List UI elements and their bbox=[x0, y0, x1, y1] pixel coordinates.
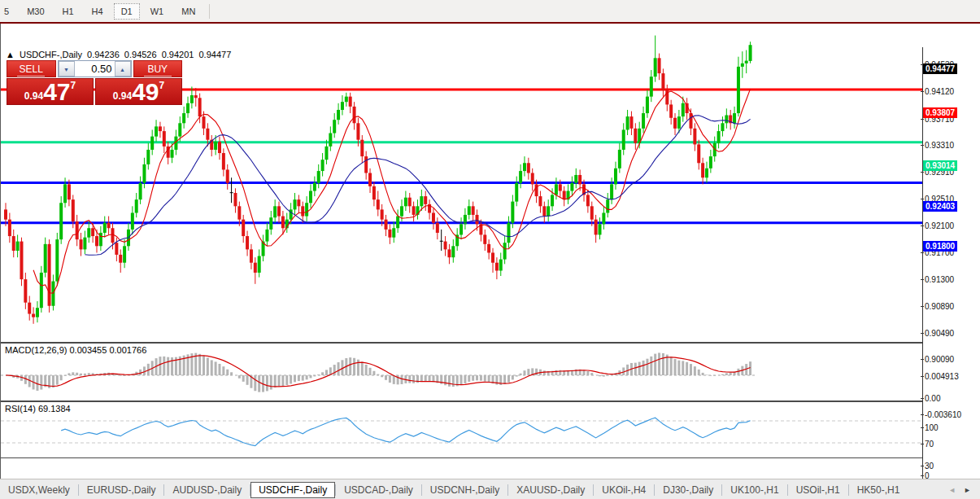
candle-body bbox=[701, 163, 704, 177]
volume-increase-button[interactable]: ▲ bbox=[115, 61, 131, 77]
ohlc-open: 0.94236 bbox=[87, 50, 120, 59]
timeframe-button-d1[interactable]: D1 bbox=[114, 3, 140, 20]
chart-tab-eurusd-daily[interactable]: EURUSD-,Daily bbox=[79, 483, 164, 497]
sell-button[interactable]: SELL bbox=[7, 60, 56, 77]
candle-body bbox=[36, 308, 39, 317]
rsi-canvas[interactable] bbox=[1, 402, 922, 457]
macd-pane[interactable]: MACD(12,26,9) 0.003455 0.001766 bbox=[1, 344, 922, 401]
candle-body bbox=[76, 221, 79, 239]
candle-body bbox=[135, 199, 138, 212]
candle-body bbox=[242, 220, 245, 236]
chart-tab-usdx-weekly[interactable]: USDX,Weekly bbox=[0, 483, 78, 497]
ma-slow-line bbox=[85, 116, 750, 255]
chart-tab-usdchf-daily[interactable]: USDCHF-,Daily bbox=[250, 482, 335, 498]
tab-scroll-left-button[interactable]: ◄ bbox=[944, 484, 960, 496]
volume-input[interactable] bbox=[75, 61, 115, 77]
timeframe-button-mn[interactable]: MN bbox=[174, 3, 203, 20]
pane-separator bbox=[1, 457, 980, 458]
chart-tab-audusd-daily[interactable]: AUDUSD-,Daily bbox=[164, 483, 250, 497]
candle-body bbox=[368, 173, 372, 186]
candle-body bbox=[317, 171, 320, 183]
chart-tab-bar: USDX,WeeklyEURUSD-,DailyAUDUSD-,DailyUSD… bbox=[0, 479, 980, 499]
buy-button[interactable]: BUY bbox=[133, 60, 183, 77]
timeframe-button-h4[interactable]: H4 bbox=[85, 3, 111, 20]
chart-tab-uk100-h1[interactable]: UK100-,H1 bbox=[722, 483, 786, 497]
candle-body bbox=[618, 150, 621, 169]
candle-body bbox=[123, 246, 126, 262]
chart-tab-ukoil-h4[interactable]: UKOil-,H4 bbox=[594, 483, 654, 497]
volume-decrease-button[interactable]: ▼ bbox=[59, 61, 75, 77]
chart-tab-dj30-daily[interactable]: DJ30-,Daily bbox=[655, 483, 721, 497]
rsi-pane[interactable]: RSI(14) 69.1384 bbox=[1, 402, 922, 457]
sell-price-box[interactable]: 0.94 47 7 bbox=[7, 78, 94, 105]
candle-body bbox=[353, 107, 356, 123]
price-axis[interactable]: 0.945300.941200.937100.933100.929100.925… bbox=[922, 47, 980, 481]
candle-body bbox=[68, 184, 71, 199]
candle-body bbox=[273, 206, 277, 217]
candle-body bbox=[372, 186, 376, 199]
candle-body bbox=[669, 104, 673, 117]
timeframe-button-h1[interactable]: H1 bbox=[55, 3, 81, 20]
timeframe-button-5[interactable]: 5 bbox=[0, 3, 16, 20]
candle-body bbox=[321, 160, 324, 171]
candle-body bbox=[51, 282, 54, 306]
candle-body bbox=[447, 249, 451, 257]
price-tick-label: 0.93310 bbox=[925, 141, 954, 151]
buy-price-big: 49 bbox=[132, 81, 159, 103]
ohlc-high: 0.94526 bbox=[124, 50, 157, 59]
candle-body bbox=[203, 116, 206, 129]
candle-body bbox=[385, 220, 388, 230]
chart-tab-usdcnh-daily[interactable]: USDCNH-,Daily bbox=[422, 483, 507, 497]
candle-body bbox=[404, 198, 407, 207]
candle-body bbox=[563, 191, 566, 200]
candle-body bbox=[586, 195, 590, 206]
candle-body bbox=[313, 183, 316, 191]
price-tick-label: 0.90490 bbox=[925, 329, 954, 339]
candle-body bbox=[737, 67, 740, 113]
candle-body bbox=[230, 192, 233, 193]
chart-tab-hk50-h1[interactable]: HK50-,H1 bbox=[849, 483, 908, 497]
level-price-badge: 0.93807 bbox=[923, 107, 957, 118]
candle-body bbox=[48, 244, 51, 306]
tab-scroll-right-button[interactable]: ► bbox=[960, 484, 975, 496]
candle-body bbox=[531, 173, 534, 185]
candle-body bbox=[206, 129, 209, 140]
candle-body bbox=[483, 234, 486, 243]
candle-body bbox=[44, 244, 47, 273]
candle-body bbox=[55, 239, 59, 281]
candle-body bbox=[381, 209, 384, 219]
collapse-triangle-icon[interactable]: ▲ bbox=[6, 50, 15, 59]
timeframe-button-m30[interactable]: M30 bbox=[20, 3, 51, 20]
price-tick-label: 0.94120 bbox=[925, 87, 954, 97]
candle-body bbox=[63, 184, 67, 203]
macd-tick-label: 0.00 bbox=[925, 394, 940, 404]
candle-body bbox=[159, 126, 162, 131]
candle-body bbox=[265, 230, 268, 242]
candle-body bbox=[218, 142, 221, 153]
candle-body bbox=[87, 228, 90, 237]
candle-body bbox=[237, 206, 241, 219]
candle-body bbox=[705, 169, 708, 177]
buy-price-box[interactable]: 0.94 49 7 bbox=[95, 78, 182, 105]
candle-body bbox=[476, 215, 479, 224]
chart-tab-usdcad-daily[interactable]: USDCAD-,Daily bbox=[336, 483, 421, 497]
candle-body bbox=[40, 273, 43, 308]
candle-body bbox=[115, 243, 118, 255]
candle-body bbox=[226, 169, 229, 182]
candle-body bbox=[364, 156, 368, 173]
candle-body bbox=[412, 206, 416, 215]
level-price-badge: 0.93014 bbox=[923, 160, 957, 171]
candle-body bbox=[629, 116, 633, 129]
chart-tab-usoil-h1[interactable]: USOil-,H1 bbox=[788, 483, 848, 497]
candle-body bbox=[578, 175, 581, 184]
chart-tab-xauusd-daily[interactable]: XAUUSD-,Daily bbox=[508, 483, 593, 497]
candle-body bbox=[20, 242, 23, 280]
candle-body bbox=[622, 129, 625, 149]
candle-body bbox=[610, 184, 613, 199]
timeframe-button-w1[interactable]: W1 bbox=[143, 3, 172, 20]
candle-body bbox=[745, 61, 748, 63]
candle-body bbox=[28, 303, 31, 314]
price-tick-label: 0.90890 bbox=[925, 302, 954, 312]
chart-window[interactable]: ▲ USDCHF-,Daily 0.94236 0.94526 0.94201 … bbox=[0, 24, 980, 479]
buy-price-sup: 7 bbox=[159, 80, 165, 91]
